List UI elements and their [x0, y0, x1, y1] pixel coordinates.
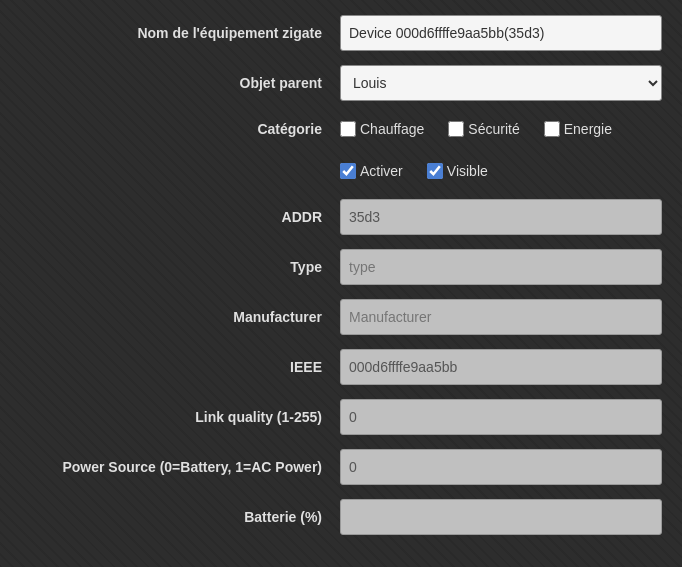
ieee-label: IEEE: [20, 359, 340, 375]
ieee-input[interactable]: [340, 349, 662, 385]
energie-item: Energie: [544, 121, 612, 137]
link-quality-label: Link quality (1-255): [20, 409, 340, 425]
power-source-row: Power Source (0=Battery, 1=AC Power): [20, 444, 662, 490]
addr-label: ADDR: [20, 209, 340, 225]
categorie-label: Catégorie: [20, 121, 340, 137]
chauffage-checkbox[interactable]: [340, 121, 356, 137]
activate-checkboxes: Activer Visible: [340, 163, 662, 179]
chauffage-label: Chauffage: [360, 121, 424, 137]
securite-label: Sécurité: [468, 121, 519, 137]
objet-row: Objet parent Louis: [20, 60, 662, 106]
addr-input[interactable]: [340, 199, 662, 235]
link-quality-input[interactable]: [340, 399, 662, 435]
visible-item: Visible: [427, 163, 488, 179]
categorie-row: Catégorie Chauffage Sécurité Energie: [20, 110, 662, 148]
securite-item: Sécurité: [448, 121, 519, 137]
categorie-checkboxes: Chauffage Sécurité Energie: [340, 121, 662, 137]
manufacturer-row: Manufacturer: [20, 294, 662, 340]
energie-label: Energie: [564, 121, 612, 137]
activer-label: Activer: [360, 163, 403, 179]
power-source-label: Power Source (0=Battery, 1=AC Power): [20, 459, 340, 475]
power-source-input[interactable]: [340, 449, 662, 485]
type-row: Type: [20, 244, 662, 290]
type-label: Type: [20, 259, 340, 275]
visible-label: Visible: [447, 163, 488, 179]
chauffage-item: Chauffage: [340, 121, 424, 137]
batterie-row: Batterie (%): [20, 494, 662, 540]
batterie-input[interactable]: [340, 499, 662, 535]
activate-row: Activer Visible: [20, 152, 662, 190]
ieee-row: IEEE: [20, 344, 662, 390]
manufacturer-label: Manufacturer: [20, 309, 340, 325]
manufacturer-input[interactable]: [340, 299, 662, 335]
activer-item: Activer: [340, 163, 403, 179]
activer-checkbox[interactable]: [340, 163, 356, 179]
objet-select[interactable]: Louis: [340, 65, 662, 101]
type-input[interactable]: [340, 249, 662, 285]
form-container: Nom de l'équipement zigate Objet parent …: [0, 0, 682, 554]
nom-label: Nom de l'équipement zigate: [20, 25, 340, 41]
addr-row: ADDR: [20, 194, 662, 240]
nom-input[interactable]: [340, 15, 662, 51]
objet-label: Objet parent: [20, 75, 340, 91]
link-quality-row: Link quality (1-255): [20, 394, 662, 440]
batterie-label: Batterie (%): [20, 509, 340, 525]
energie-checkbox[interactable]: [544, 121, 560, 137]
securite-checkbox[interactable]: [448, 121, 464, 137]
visible-checkbox[interactable]: [427, 163, 443, 179]
nom-row: Nom de l'équipement zigate: [20, 10, 662, 56]
